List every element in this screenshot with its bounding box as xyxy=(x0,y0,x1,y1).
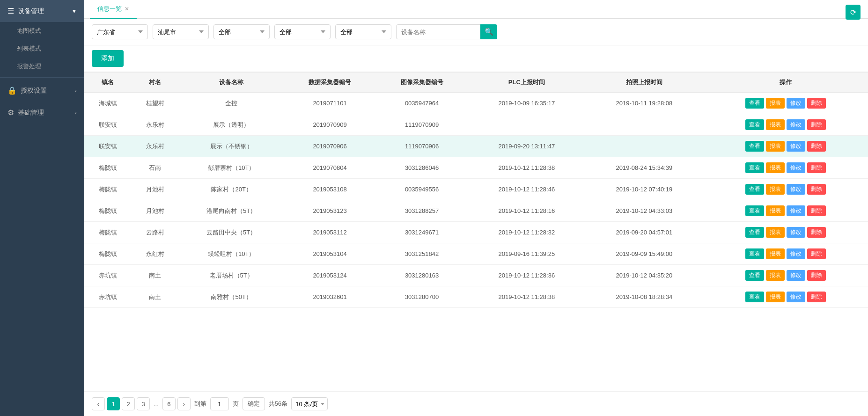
edit-button[interactable]: 修改 xyxy=(787,98,805,109)
edit-button[interactable]: 修改 xyxy=(787,141,805,152)
edit-button[interactable]: 修改 xyxy=(787,248,805,259)
chevron-down-icon: ▼ xyxy=(72,8,77,14)
page-prev-button[interactable]: ‹ xyxy=(92,397,105,410)
view-button[interactable]: 查看 xyxy=(745,141,764,152)
report-button[interactable]: 报表 xyxy=(766,119,785,130)
report-button[interactable]: 报表 xyxy=(766,184,785,195)
delete-button[interactable]: 删除 xyxy=(807,141,826,152)
cell-0: 赤坑镇 xyxy=(84,265,132,286)
district1-select[interactable]: 全部 xyxy=(213,24,270,39)
sidebar-item-list-mode[interactable]: 列表模式 xyxy=(0,40,84,58)
page-btn-1[interactable]: 1 xyxy=(107,397,120,410)
sidebar: ☰ 设备管理 ▼ 地图模式 列表模式 报警处理 🔒 授权设置 ‹ ⚙ 基础管理 … xyxy=(0,0,84,416)
table-row: 海城镇桂望村全控201907110100359479642019-10-09 1… xyxy=(84,93,868,114)
delete-button[interactable]: 删除 xyxy=(807,162,826,173)
close-tab-icon[interactable]: ✕ xyxy=(125,6,129,12)
cell-action: 查看报表修改删除 xyxy=(703,93,868,114)
district2-select[interactable]: 全部 xyxy=(274,24,331,39)
delete-button[interactable]: 删除 xyxy=(807,227,826,238)
view-button[interactable]: 查看 xyxy=(745,162,764,173)
page-btn-2[interactable]: 2 xyxy=(122,397,135,410)
cell-2: 彭厝寨村（10T） xyxy=(179,157,284,179)
cell-2: 全控 xyxy=(179,93,284,114)
cell-0: 梅陇镇 xyxy=(84,200,132,222)
refresh-button[interactable]: ⟳ xyxy=(846,5,861,20)
cell-3: 2019053124 xyxy=(284,265,375,286)
view-button[interactable]: 查看 xyxy=(745,292,764,302)
view-button[interactable]: 查看 xyxy=(745,119,764,130)
search-input[interactable] xyxy=(396,24,480,39)
province-select[interactable]: 广东省 xyxy=(92,24,148,39)
cell-5: 2019-10-12 11:28:32 xyxy=(468,222,585,243)
edit-button[interactable]: 修改 xyxy=(787,227,805,238)
cell-5: 2019-10-12 11:28:16 xyxy=(468,200,585,222)
report-button[interactable]: 报表 xyxy=(766,227,785,238)
delete-button[interactable]: 删除 xyxy=(807,270,826,281)
cell-0: 赤坑镇 xyxy=(84,286,132,308)
delete-button[interactable]: 删除 xyxy=(807,184,826,195)
table-row: 梅陇镇永红村蜈蚣咀村（10T）201905310430312518422019-… xyxy=(84,243,868,265)
tab-info-list[interactable]: 信息一览 ✕ xyxy=(90,0,137,19)
delete-button[interactable]: 删除 xyxy=(807,119,826,130)
cell-2: 港尾向南村（5T） xyxy=(179,200,284,222)
report-button[interactable]: 报表 xyxy=(766,205,785,216)
cell-4: 0035947964 xyxy=(376,93,468,114)
report-button[interactable]: 报表 xyxy=(766,141,785,152)
cell-6: 2019-10-08 18:28:34 xyxy=(585,286,703,308)
edit-button[interactable]: 修改 xyxy=(787,162,805,173)
page-size-select[interactable]: 10 条/页 20 条/页 50 条/页 xyxy=(291,397,328,410)
view-button[interactable]: 查看 xyxy=(745,205,764,216)
cell-1: 南土 xyxy=(132,265,179,286)
view-button[interactable]: 查看 xyxy=(745,98,764,109)
delete-button[interactable]: 删除 xyxy=(807,248,826,259)
report-button[interactable]: 报表 xyxy=(766,98,785,109)
cell-3: 2019053123 xyxy=(284,200,375,222)
cell-1: 南土 xyxy=(132,286,179,308)
cell-5: 2019-10-09 16:35:17 xyxy=(468,93,585,114)
data-table: 镇名 村名 设备名称 数据采集器编号 图像采集器编号 PLC上报时间 拍照上报时… xyxy=(84,72,868,308)
cell-0: 梅陇镇 xyxy=(84,222,132,243)
view-button[interactable]: 查看 xyxy=(745,248,764,259)
report-button[interactable]: 报表 xyxy=(766,292,785,302)
sidebar-item-label: 授权设置 xyxy=(21,87,47,95)
report-button[interactable]: 报表 xyxy=(766,270,785,281)
district3-select[interactable]: 全部 xyxy=(335,24,391,39)
cell-0: 联安镇 xyxy=(84,114,132,136)
search-button[interactable]: 🔍 xyxy=(480,24,497,39)
edit-button[interactable]: 修改 xyxy=(787,292,805,302)
search-group: 🔍 xyxy=(396,24,497,39)
cell-1: 永乐村 xyxy=(132,114,179,136)
cell-3: 2019070906 xyxy=(284,136,375,157)
goto-confirm-button[interactable]: 确定 xyxy=(243,397,265,410)
edit-button[interactable]: 修改 xyxy=(787,184,805,195)
view-button[interactable]: 查看 xyxy=(745,184,764,195)
delete-button[interactable]: 删除 xyxy=(807,292,826,302)
sidebar-item-label: 设备管理 xyxy=(18,7,44,15)
edit-button[interactable]: 修改 xyxy=(787,205,805,216)
edit-button[interactable]: 修改 xyxy=(787,270,805,281)
edit-button[interactable]: 修改 xyxy=(787,119,805,130)
page-next-button[interactable]: › xyxy=(177,397,191,410)
city-select[interactable]: 汕尾市 xyxy=(153,24,209,39)
cell-6: 2019-10-12 04:35:20 xyxy=(585,265,703,286)
sidebar-item-map-mode[interactable]: 地图模式 xyxy=(0,22,84,40)
delete-button[interactable]: 删除 xyxy=(807,205,826,216)
table-row: 联安镇永乐村展示（透明）20190709091119070909查看报表修改删除 xyxy=(84,114,868,136)
delete-button[interactable]: 删除 xyxy=(807,98,826,109)
page-btn-6[interactable]: 6 xyxy=(162,397,176,410)
report-button[interactable]: 报表 xyxy=(766,162,785,173)
sidebar-item-basic[interactable]: ⚙ 基础管理 ‹ xyxy=(0,102,84,124)
add-button[interactable]: 添加 xyxy=(92,50,124,67)
cell-4: 3031251842 xyxy=(376,243,468,265)
table-header-row: 镇名 村名 设备名称 数据采集器编号 图像采集器编号 PLC上报时间 拍照上报时… xyxy=(84,73,868,93)
sidebar-item-alarm[interactable]: 报警处理 xyxy=(0,58,84,75)
page-btn-3[interactable]: 3 xyxy=(137,397,150,410)
report-button[interactable]: 报表 xyxy=(766,248,785,259)
col-image-collector: 图像采集器编号 xyxy=(376,73,468,93)
goto-input[interactable] xyxy=(210,397,229,410)
sidebar-item-device-mgmt[interactable]: ☰ 设备管理 ▼ xyxy=(0,0,84,22)
sidebar-item-auth[interactable]: 🔒 授权设置 ‹ xyxy=(0,80,84,102)
view-button[interactable]: 查看 xyxy=(745,270,764,281)
gear-icon: ⚙ xyxy=(7,108,14,117)
view-button[interactable]: 查看 xyxy=(745,227,764,238)
